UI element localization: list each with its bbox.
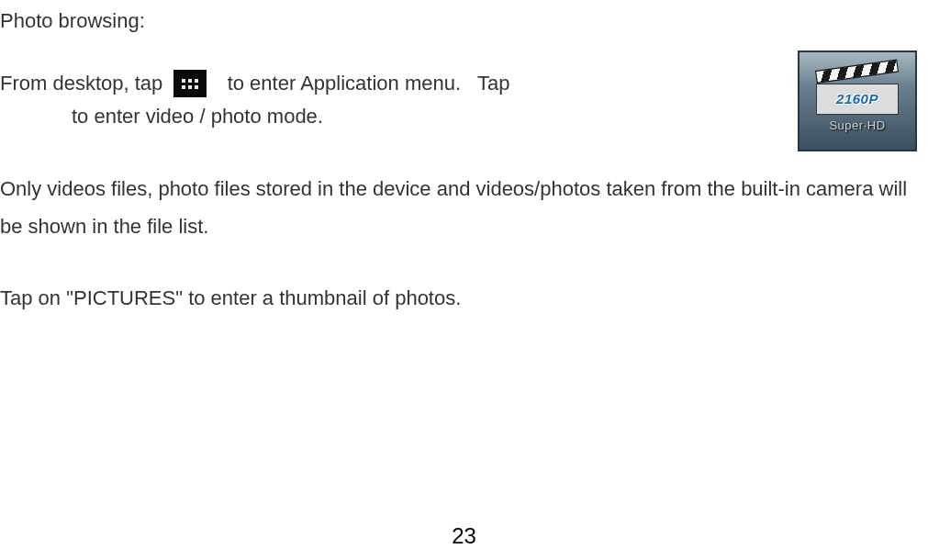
resolution-label: 2160P: [836, 91, 878, 106]
text-after-apps-icon: to enter Application menu. Tap: [216, 72, 509, 95]
page-number: 23: [0, 523, 928, 549]
instruction-line-2: to enter video / photo mode.: [0, 105, 917, 129]
section-heading: Photo browsing:: [0, 9, 917, 33]
clapperboard-icon: 2160P: [816, 71, 899, 115]
paragraph-pictures: Tap on "PICTURES" to enter a thumbnail o…: [0, 280, 917, 318]
instruction-line-1: From desktop, tap to enter Application m…: [0, 70, 917, 97]
paragraph-file-list: Only videos files, photo files stored in…: [0, 171, 917, 245]
super-hd-label: Super·HD: [829, 118, 885, 132]
app-menu-icon: [173, 70, 207, 97]
video-player-app-icon: 2160P Super·HD: [798, 50, 917, 151]
text-before-apps-icon: From desktop, tap: [0, 72, 168, 95]
